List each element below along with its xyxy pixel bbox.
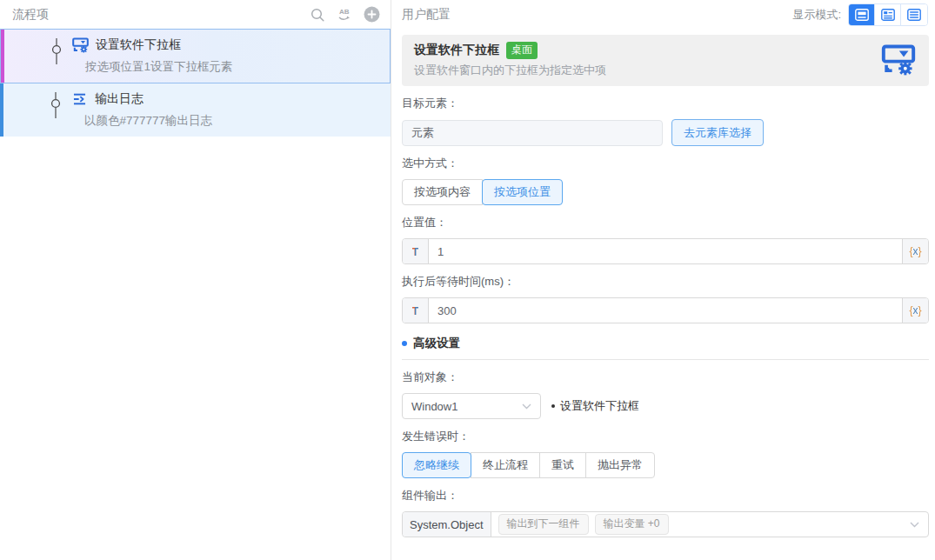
log-output-icon	[71, 91, 88, 107]
timeline-node-icon	[51, 38, 62, 66]
error-throw-button[interactable]: 抛出异常	[585, 452, 655, 478]
item-accent-bar	[1, 30, 4, 83]
text-type-icon[interactable]: T	[403, 298, 429, 323]
output-chips: 输出到下一组件 输出变量 +0	[491, 514, 910, 535]
variable-fx-icon[interactable]: {x}	[902, 298, 928, 323]
component-description: 设置软件窗口内的下拉框为指定选中项	[414, 63, 606, 78]
advanced-settings-label: 高级设置	[413, 336, 460, 351]
error-retry-button[interactable]: 重试	[539, 452, 586, 478]
on-error-label: 发生错误时：	[402, 429, 929, 444]
blue-dot-icon	[402, 341, 407, 346]
config-header: 用户配置 显示模式:	[391, 0, 935, 30]
position-value-label: 位置值：	[402, 215, 929, 230]
dropdown-set-icon	[72, 37, 89, 53]
search-icon[interactable]	[310, 7, 325, 23]
item-title-row: 设置软件下拉框	[1, 37, 388, 54]
current-object-label: 当前对象：	[402, 370, 929, 385]
component-output-select[interactable]: System.Object 输出到下一组件 输出变量 +0	[402, 511, 929, 537]
flow-list-header: 流程项 AB	[0, 0, 391, 29]
item-title: 设置软件下拉框	[96, 37, 181, 53]
current-object-hint: 设置软件下拉框	[551, 398, 639, 414]
position-value-group: T {x}	[402, 238, 929, 264]
item-accent-bar	[0, 83, 3, 137]
item-subtitle: 按选项位置1设置下拉框元素	[72, 59, 388, 75]
output-type: System.Object	[403, 512, 491, 537]
current-object-select[interactable]: Window1	[402, 393, 541, 419]
display-mode-control: 显示模式:	[792, 3, 928, 26]
timeline-node-icon	[50, 92, 61, 120]
select-mode-group: 按选项内容 按选项位置	[402, 179, 929, 205]
wait-time-group: T {x}	[402, 297, 929, 323]
add-step-button[interactable]	[364, 6, 380, 23]
position-value-input[interactable]	[429, 239, 902, 263]
app-window: 流程项 AB 设置软件下拉框 按选项位置1设置下拉框元素	[0, 0, 935, 560]
dropdown-set-icon	[880, 44, 917, 76]
item-title: 输出日志	[95, 91, 144, 107]
mode-by-content-button[interactable]: 按选项内容	[402, 179, 483, 205]
output-variable-chip[interactable]: 输出变量 +0	[595, 514, 669, 535]
flow-list-panel: 流程项 AB 设置软件下拉框 按选项位置1设置下拉框元素	[0, 0, 391, 560]
current-object-value: Window1	[411, 400, 457, 413]
pick-from-library-button[interactable]: 去元素库选择	[671, 119, 764, 146]
config-form: 目标元素： 去元素库选择 选中方式： 按选项内容 按选项位置 位置值： T {x…	[402, 96, 929, 537]
svg-text:AB: AB	[339, 8, 350, 16]
select-mode-label: 选中方式：	[402, 156, 929, 171]
target-element-input[interactable]	[402, 120, 663, 146]
component-output-label: 组件输出：	[402, 488, 929, 503]
item-title-row: 输出日志	[0, 90, 389, 108]
flow-item-set-dropdown[interactable]: 设置软件下拉框 按选项位置1设置下拉框元素	[0, 29, 391, 83]
display-mode-label: 显示模式:	[792, 7, 841, 23]
rename-icon[interactable]: AB	[336, 7, 353, 23]
on-error-group: 忽略继续 终止流程 重试 抛出异常	[402, 452, 929, 478]
mode-by-position-button[interactable]: 按选项位置	[482, 179, 563, 205]
variable-fx-icon[interactable]: {x}	[902, 239, 928, 263]
output-next-chip[interactable]: 输出到下一组件	[498, 514, 589, 535]
platform-badge: 桌面	[506, 42, 538, 59]
divider	[402, 359, 929, 360]
wait-time-label: 执行后等待时间(ms)：	[402, 274, 929, 290]
display-mode-detail-icon[interactable]	[849, 4, 875, 25]
component-card: 设置软件下拉框 桌面 设置软件窗口内的下拉框为指定选中项	[402, 35, 929, 86]
bullet-dot	[551, 404, 555, 408]
item-subtitle: 以颜色#777777输出日志	[71, 113, 389, 129]
flow-list-tools: AB	[310, 6, 380, 23]
chevron-down-icon	[910, 522, 919, 528]
error-stop-button[interactable]: 终止流程	[471, 452, 540, 478]
flow-list-title: 流程项	[12, 7, 49, 23]
chevron-down-icon	[522, 403, 531, 410]
component-card-text: 设置软件下拉框 桌面 设置软件窗口内的下拉框为指定选中项	[414, 42, 606, 78]
component-name: 设置软件下拉框	[414, 43, 499, 58]
text-type-icon[interactable]: T	[403, 239, 429, 263]
config-title: 用户配置	[402, 7, 451, 23]
config-panel: 用户配置 显示模式: 设置软件下拉框	[391, 0, 935, 560]
flow-item-output-log[interactable]: 输出日志 以颜色#777777输出日志	[0, 83, 391, 137]
target-element-label: 目标元素：	[402, 96, 929, 111]
display-mode-medium-icon[interactable]	[875, 4, 901, 25]
display-mode-group	[848, 3, 928, 26]
advanced-settings-header[interactable]: 高级设置	[402, 336, 929, 351]
wait-time-input[interactable]	[429, 298, 902, 323]
error-ignore-button[interactable]: 忽略继续	[402, 452, 471, 478]
display-mode-list-icon[interactable]	[901, 4, 927, 25]
